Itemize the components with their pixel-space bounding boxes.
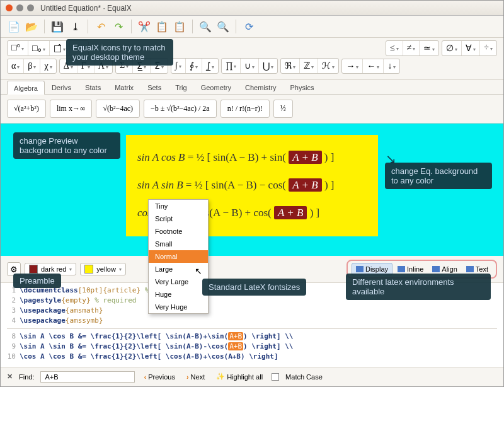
export-icon[interactable]: ⤓	[68, 20, 82, 33]
env-icon	[466, 266, 474, 272]
symbol-button[interactable]: ∪	[241, 59, 259, 73]
symbol-button[interactable]: ←	[363, 59, 384, 73]
fontsize-option[interactable]: Very Huge	[149, 301, 208, 313]
swatch-icon	[84, 265, 93, 274]
fontsize-option[interactable]: Small	[149, 238, 208, 250]
annotation-preview-bg: change Preview background to any color	[13, 132, 120, 159]
annotation-fontsizes: Standard LateX fontsizes	[202, 279, 306, 296]
symbol-button[interactable]: ≠	[403, 41, 420, 55]
undo-icon[interactable]: ↶	[94, 20, 108, 33]
template-button[interactable]: √(b²−4ac)	[96, 100, 140, 118]
window-maximize-icon[interactable]	[27, 4, 34, 11]
symbol-button[interactable]: ∫̲	[202, 59, 218, 73]
match-case-checkbox[interactable]	[272, 373, 279, 381]
paste-icon[interactable]: 📋	[173, 20, 186, 33]
symbol-button[interactable]: ℤ	[300, 59, 318, 73]
fg-color-label: dark red	[41, 265, 66, 273]
main-toolbar: 📄 📂 💾 ⤓ ↶ ↷ ✂️ 📋 📋 🔍 🔍 ⟳	[1, 16, 503, 38]
tab-sets[interactable]: Sets	[140, 80, 168, 94]
refresh-icon[interactable]: ⟳	[242, 20, 256, 33]
symbol-button[interactable]: ÷	[480, 41, 496, 55]
redo-icon[interactable]: ↷	[112, 20, 125, 33]
fontsize-option[interactable]: Tiny	[149, 200, 208, 212]
template-button[interactable]: lim x→∞	[50, 100, 93, 118]
tab-geometry[interactable]: Geometry	[194, 80, 238, 94]
swatch-icon	[29, 265, 38, 274]
highlight-all-button[interactable]: ✨Highlight all	[214, 371, 265, 382]
symbol-button[interactable]: ∮	[186, 59, 202, 73]
symbol-button[interactable]: □°	[8, 41, 28, 55]
env-icon	[356, 266, 364, 272]
annotation-eq-bg: change Eq. background to any color	[385, 163, 492, 189]
symbol-button[interactable]: ⋃	[259, 59, 277, 73]
symbol-button[interactable]: ∀	[462, 41, 480, 55]
save-icon[interactable]: 💾	[50, 20, 64, 33]
close-icon[interactable]: ✕	[7, 372, 13, 381]
symbol-button[interactable]: α	[8, 59, 24, 73]
window: Untitled Equation* · EqualX 📄 📂 💾 ⤓ ↶ ↷ …	[0, 0, 504, 387]
template-button[interactable]: n! / r!(n−r)!	[220, 100, 270, 118]
fontsize-option[interactable]: Footnote	[149, 225, 208, 238]
preview-area: change Preview background to any color ↘…	[1, 124, 503, 256]
tab-matrix[interactable]: Matrix	[108, 80, 140, 94]
zoom-in-icon[interactable]: 🔍	[198, 20, 212, 33]
symbol-button[interactable]: ≤	[386, 41, 403, 55]
find-bar: ✕ Find: ‹Previous ›Next ✨Highlight all M…	[1, 367, 503, 386]
titlebar: Untitled Equation* · EqualX	[1, 1, 503, 16]
fontsize-option[interactable]: Very Large	[149, 275, 208, 288]
tab-derivs[interactable]: Derivs	[45, 80, 78, 94]
background-color-picker[interactable]: yellow ▾	[80, 263, 126, 275]
chevron-down-icon: ▾	[69, 267, 72, 272]
find-label: Find:	[19, 373, 34, 381]
window-close-icon[interactable]	[6, 4, 13, 11]
bg-color-label: yellow	[96, 265, 116, 273]
fontsize-menu: TinyScriptFootnoteSmallNormalLargeVery L…	[148, 199, 209, 314]
template-button[interactable]: −b ± √(b²−4ac) / 2a	[144, 100, 217, 118]
copy-icon[interactable]: 📋	[155, 20, 169, 33]
chevron-left-icon: ‹	[144, 373, 146, 381]
tab-algebra[interactable]: Algebra	[7, 81, 45, 95]
window-title: Untitled Equation* · EqualX	[40, 4, 132, 13]
symbol-button[interactable]: →	[342, 59, 363, 73]
template-button[interactable]: ½	[273, 100, 293, 118]
annotation-environments: Different latex environments available	[346, 274, 491, 300]
zoom-out-icon[interactable]: 🔍	[216, 20, 230, 33]
equation-line: sin A sin B = ½ [ sin(A − B) − cos( A + …	[137, 171, 367, 199]
category-tabbar: AlgebraDerivsStatsMatrixSetsTrigGeometry…	[1, 80, 503, 95]
symbol-button[interactable]: β	[24, 59, 40, 73]
chevron-down-icon: ▾	[119, 267, 122, 272]
symbol-button[interactable]: ↓	[384, 59, 399, 73]
template-row: √(a²+b²)lim x→∞√(b²−4ac)−b ± √(b²−4ac) /…	[1, 95, 503, 124]
symbol-button[interactable]: ∅	[442, 41, 462, 55]
find-next-button[interactable]: ›Next	[184, 372, 207, 382]
symbol-button[interactable]: ∏	[222, 59, 241, 73]
chevron-right-icon: ›	[186, 373, 189, 381]
match-case-label: Match Case	[285, 373, 323, 381]
tab-physics[interactable]: Physics	[284, 80, 321, 94]
find-previous-button[interactable]: ‹Previous	[141, 372, 177, 382]
find-input[interactable]	[40, 371, 135, 383]
fontsize-option[interactable]: Huge	[149, 288, 208, 301]
env-icon	[432, 266, 440, 272]
tab-trig[interactable]: Trig	[168, 80, 194, 94]
window-minimize-icon[interactable]	[16, 4, 23, 11]
symbol-palette: EqualX icons try to match your desktop t…	[1, 38, 503, 80]
symbol-button[interactable]: ℋ	[318, 59, 338, 73]
fontsize-option[interactable]: Script	[149, 212, 208, 225]
symbol-button[interactable]: □ₒ	[28, 41, 49, 55]
annotation-icons-theme: EqualX icons try to match your desktop t…	[66, 39, 173, 66]
cursor-icon: ↖	[195, 266, 202, 276]
cut-icon[interactable]: ✂️	[137, 20, 151, 33]
tab-stats[interactable]: Stats	[78, 80, 108, 94]
env-icon	[398, 266, 405, 272]
new-file-icon[interactable]: 📄	[7, 20, 21, 33]
symbol-button[interactable]: χ	[40, 59, 55, 73]
tab-chemistry[interactable]: Chemistry	[238, 80, 284, 94]
template-button[interactable]: √(a²+b²)	[7, 100, 46, 118]
symbol-button[interactable]: ≃	[420, 41, 438, 55]
annotation-preamble: Preamble	[13, 274, 61, 288]
symbol-button[interactable]: ∫	[171, 59, 186, 73]
symbol-button[interactable]: ℜ	[281, 59, 300, 73]
fontsize-option[interactable]: Normal	[149, 250, 208, 263]
open-file-icon[interactable]: 📂	[25, 20, 38, 33]
